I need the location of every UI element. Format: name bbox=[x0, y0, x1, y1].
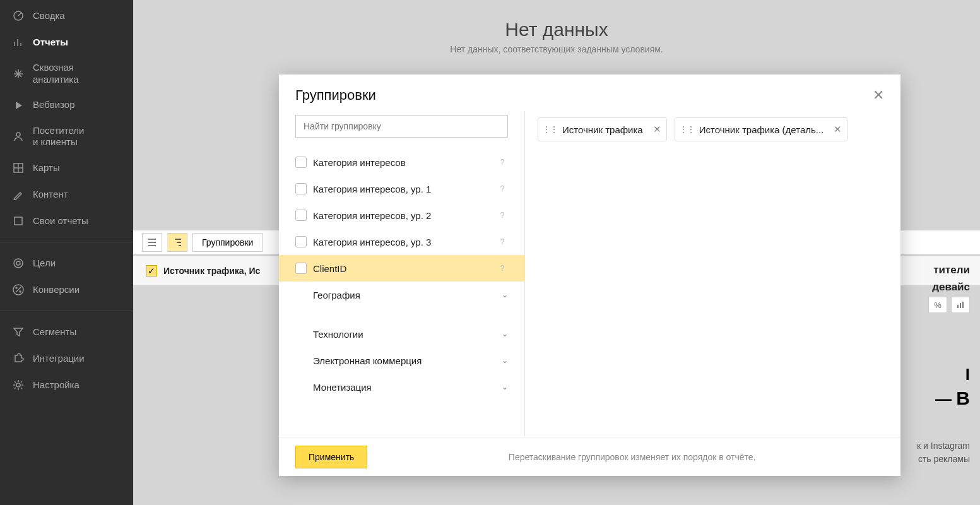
pencil-icon bbox=[11, 187, 25, 201]
subheader-text: Источник трафика, Ис bbox=[163, 266, 260, 276]
percent-icon bbox=[11, 283, 25, 297]
right-promo-text: к и Instagram сть рекламы bbox=[917, 439, 970, 466]
apply-button[interactable]: Применить bbox=[295, 446, 367, 468]
sidebar-separator bbox=[0, 311, 133, 311]
tree-row[interactable]: География⌄ bbox=[279, 282, 524, 308]
no-data: Нет данных Нет данных, соответствующих з… bbox=[133, 0, 980, 54]
tree-row[interactable]: Категория интересов? bbox=[279, 149, 524, 175]
search-input[interactable] bbox=[295, 115, 508, 138]
sidebar-item-label: Контент bbox=[33, 189, 68, 201]
sidebar-item-gear[interactable]: Настройка bbox=[0, 372, 133, 398]
help-icon[interactable]: ? bbox=[497, 157, 508, 168]
sidebar-item-label: Отчеты bbox=[33, 37, 68, 49]
remove-chip-icon[interactable]: ✕ bbox=[648, 124, 661, 135]
grouping-chip[interactable]: ⋮⋮Источник трафика (деталь...✕ bbox=[675, 117, 848, 141]
svg-line-1 bbox=[18, 13, 21, 16]
sidebar-item-square[interactable]: Свои отчеты bbox=[0, 208, 133, 234]
modal-header: Группировки ✕ bbox=[279, 74, 900, 111]
chip-label: Источник трафика bbox=[562, 124, 643, 135]
checkbox-all[interactable]: ✓ bbox=[146, 265, 157, 276]
sidebar-item-label: Свои отчеты bbox=[33, 215, 88, 227]
sidebar-item-bar-chart[interactable]: Отчеты bbox=[0, 29, 133, 56]
help-icon[interactable]: ? bbox=[497, 236, 508, 247]
help-icon[interactable]: ? bbox=[497, 210, 508, 221]
close-icon[interactable]: ✕ bbox=[873, 87, 884, 104]
sidebar-item-label: Вебвизор bbox=[33, 99, 75, 111]
checkbox[interactable] bbox=[295, 210, 307, 221]
sidebar-item-puzzle[interactable]: Интеграции bbox=[0, 345, 133, 372]
sidebar-item-target[interactable]: Цели bbox=[0, 250, 133, 276]
mini-chart-button[interactable] bbox=[951, 297, 970, 313]
gear-icon bbox=[11, 378, 25, 392]
sidebar-item-label: Сводка bbox=[33, 10, 65, 22]
svg-point-20 bbox=[20, 291, 21, 292]
modal-footer: Применить Перетаскивание группировок изм… bbox=[279, 437, 900, 476]
chevron-down-icon: ⌄ bbox=[502, 290, 508, 299]
sidebar-separator bbox=[0, 242, 133, 242]
grid-icon bbox=[11, 161, 25, 175]
tree-row-label: Категория интересов bbox=[313, 157, 406, 168]
sidebar-item-label: Конверсии bbox=[33, 284, 80, 296]
sidebar-item-pencil[interactable]: Контент bbox=[0, 181, 133, 208]
svg-rect-29 bbox=[960, 303, 961, 308]
checkbox[interactable] bbox=[295, 263, 307, 274]
chevron-down-icon: ⌄ bbox=[502, 356, 508, 365]
sidebar-item-grid[interactable]: Карты bbox=[0, 155, 133, 181]
svg-point-16 bbox=[16, 261, 20, 265]
sidebar-item-funnel[interactable]: Сегменты bbox=[0, 319, 133, 345]
tree-row-label: Категория интересов, ур. 2 bbox=[313, 210, 431, 221]
tree-row[interactable]: Электронная коммерция⌄ bbox=[279, 347, 524, 374]
drag-handle-icon[interactable]: ⋮⋮ bbox=[679, 124, 694, 134]
footer-hint: Перетаскивание группировок изменяет их п… bbox=[509, 452, 756, 462]
tree-row[interactable]: Категория интересов, ур. 3? bbox=[279, 229, 524, 255]
grouping-chip[interactable]: ⋮⋮Источник трафика✕ bbox=[538, 117, 667, 141]
sidebar-item-label: Посетители и клиенты bbox=[33, 125, 84, 149]
sidebar-item-person[interactable]: Посетители и клиенты bbox=[0, 119, 133, 155]
tree-row[interactable]: Монетизация⌄ bbox=[279, 374, 524, 400]
checkbox[interactable] bbox=[295, 183, 307, 194]
sidebar-item-play[interactable]: Вебвизор bbox=[0, 92, 133, 119]
person-icon bbox=[11, 129, 25, 143]
tree-row-label: Электронная коммерция bbox=[313, 355, 422, 366]
svg-point-21 bbox=[16, 383, 20, 387]
modal-title: Группировки bbox=[295, 87, 376, 104]
sidebar: СводкаОтчетыСквозная аналитикаВебвизорПо… bbox=[0, 0, 133, 505]
chevron-down-icon: ⌄ bbox=[502, 330, 508, 338]
svg-rect-30 bbox=[962, 302, 964, 308]
svg-point-15 bbox=[14, 259, 23, 268]
sidebar-item-gauge[interactable]: Сводка bbox=[0, 3, 133, 29]
funnel-icon bbox=[11, 325, 25, 339]
tree-row-label: Монетизация bbox=[313, 382, 372, 393]
list-icon bbox=[148, 238, 156, 247]
percent-button[interactable]: % bbox=[928, 297, 947, 313]
sidebar-item-percent[interactable]: Конверсии bbox=[0, 276, 133, 303]
help-icon[interactable]: ? bbox=[497, 183, 508, 194]
asterisk-icon bbox=[11, 67, 25, 81]
right-small-buttons: % bbox=[928, 297, 970, 313]
checkbox[interactable] bbox=[295, 236, 307, 247]
svg-point-10 bbox=[16, 133, 20, 136]
tree-row[interactable]: Категория интересов, ур. 2? bbox=[279, 202, 524, 229]
view-tree-button[interactable] bbox=[167, 233, 187, 252]
grouping-tree[interactable]: Категория интересов?Категория интересов,… bbox=[279, 144, 524, 437]
tree-row[interactable]: ClientID? bbox=[279, 255, 524, 282]
modal-left-column: Категория интересов?Категория интересов,… bbox=[279, 111, 525, 437]
help-icon[interactable]: ? bbox=[497, 263, 508, 274]
target-icon bbox=[11, 256, 25, 270]
groupings-button[interactable]: Группировки bbox=[192, 233, 263, 252]
remove-chip-icon[interactable]: ✕ bbox=[829, 124, 842, 135]
square-icon bbox=[11, 214, 25, 228]
tree-row-label: Технологии bbox=[313, 329, 363, 340]
sidebar-item-label: Сквозная аналитика bbox=[33, 62, 79, 86]
svg-rect-28 bbox=[957, 305, 959, 308]
gauge-icon bbox=[11, 9, 25, 23]
sidebar-item-asterisk[interactable]: Сквозная аналитика bbox=[0, 56, 133, 92]
view-list-button[interactable] bbox=[142, 233, 162, 252]
bar-chart-icon bbox=[11, 35, 25, 49]
drag-handle-icon[interactable]: ⋮⋮ bbox=[542, 124, 557, 134]
svg-rect-14 bbox=[15, 217, 22, 225]
tree-row[interactable]: Категория интересов, ур. 1? bbox=[279, 175, 524, 202]
tree-row[interactable]: Технологии⌄ bbox=[279, 321, 524, 347]
play-icon bbox=[11, 98, 25, 112]
checkbox[interactable] bbox=[295, 157, 307, 168]
